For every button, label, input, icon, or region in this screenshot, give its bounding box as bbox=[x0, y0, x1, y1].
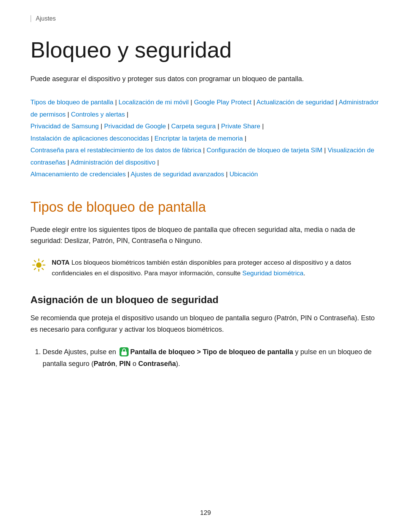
nav-link-encriptar[interactable]: Encriptar la tarjeta de memoria bbox=[155, 135, 243, 142]
section2-body: Se recomienda que proteja el dispositivo… bbox=[30, 313, 381, 335]
svg-point-0 bbox=[36, 262, 41, 268]
nav-link-config-sim[interactable]: Configuración de bloqueo de tarjeta SIM bbox=[207, 147, 322, 154]
section2-title: Asignación de un bloqueo de seguridad bbox=[30, 294, 381, 306]
nav-link-carpeta[interactable]: Carpeta segura bbox=[171, 123, 216, 130]
step1-comma: , bbox=[115, 360, 119, 367]
step1-bold2: Patrón bbox=[94, 360, 115, 367]
note-link-biometrica[interactable]: Seguridad biométrica bbox=[242, 270, 304, 277]
step1-bold: Pantalla de bloqueo > Tipo de bloqueo de… bbox=[130, 348, 293, 356]
page-container: Ajustes Bloqueo y seguridad Puede asegur… bbox=[0, 0, 411, 404]
note-sun-icon bbox=[32, 258, 46, 272]
note-body: Los bloqueos biométricos también están d… bbox=[52, 259, 351, 277]
section1-body: Puede elegir entre los siguientes tipos … bbox=[30, 224, 381, 247]
nav-link-administracion-disp[interactable]: Administración del dispositivo bbox=[71, 159, 156, 166]
section1-title: Tipos de bloqueo de pantalla bbox=[30, 199, 381, 215]
nav-link-contrasena-reset[interactable]: Contraseña para el restablecimiento de l… bbox=[30, 147, 201, 154]
lock-screen-icon bbox=[119, 347, 129, 356]
step1-prefix: Desde Ajustes, pulse en bbox=[43, 348, 118, 356]
steps-list: Desde Ajustes, pulse en Pantalla de bloq… bbox=[30, 346, 381, 370]
svg-line-8 bbox=[34, 268, 36, 270]
nav-links: Tipos de bloqueo de pantalla | Localizac… bbox=[30, 96, 381, 180]
page-title: Bloqueo y seguridad bbox=[30, 37, 381, 63]
page-number: 129 bbox=[200, 509, 211, 516]
nav-link-almacenamiento[interactable]: Almacenamiento de credenciales bbox=[30, 171, 126, 178]
breadcrumb-text: Ajustes bbox=[36, 15, 56, 22]
page-footer: 129 bbox=[0, 509, 411, 517]
intro-text: Puede asegurar el dispositivo y proteger… bbox=[30, 73, 381, 85]
note-label: NOTA bbox=[52, 259, 70, 266]
nav-link-private-share[interactable]: Private Share bbox=[221, 123, 260, 130]
step1-end: ). bbox=[176, 360, 180, 367]
nav-link-privacidad-samsung[interactable]: Privacidad de Samsung bbox=[30, 123, 99, 130]
step1-bold3: PIN bbox=[119, 360, 131, 367]
step1-o: o bbox=[131, 360, 138, 367]
note-content: NOTA Los bloqueos biométricos también es… bbox=[52, 257, 381, 279]
svg-line-6 bbox=[42, 268, 43, 270]
step1-bold4: Contraseña bbox=[138, 360, 176, 367]
note-period: . bbox=[303, 270, 305, 277]
svg-rect-9 bbox=[121, 351, 127, 355]
svg-line-5 bbox=[34, 260, 36, 262]
breadcrumb: Ajustes bbox=[30, 15, 381, 22]
step-1: Desde Ajustes, pulse en Pantalla de bloq… bbox=[43, 346, 381, 370]
nav-link-ajustes-avanzados[interactable]: Ajustes de seguridad avanzados bbox=[131, 171, 224, 178]
nav-link-ubicacion[interactable]: Ubicación bbox=[229, 171, 258, 178]
nav-link-google-play[interactable]: Google Play Protect bbox=[194, 99, 252, 106]
nav-link-privacidad-google[interactable]: Privacidad de Google bbox=[104, 123, 166, 130]
nav-link-controles[interactable]: Controles y alertas bbox=[71, 111, 125, 118]
nav-link-localizacion[interactable]: Localización de mi móvil bbox=[119, 99, 189, 106]
nav-link-tipos[interactable]: Tipos de bloqueo de pantalla bbox=[30, 99, 113, 106]
nav-link-actualizacion[interactable]: Actualización de seguridad bbox=[256, 99, 334, 106]
note-box: NOTA Los bloqueos biométricos también es… bbox=[30, 257, 381, 279]
nav-link-instalacion[interactable]: Instalación de aplicaciones desconocidas bbox=[30, 135, 149, 142]
svg-line-7 bbox=[42, 260, 43, 262]
